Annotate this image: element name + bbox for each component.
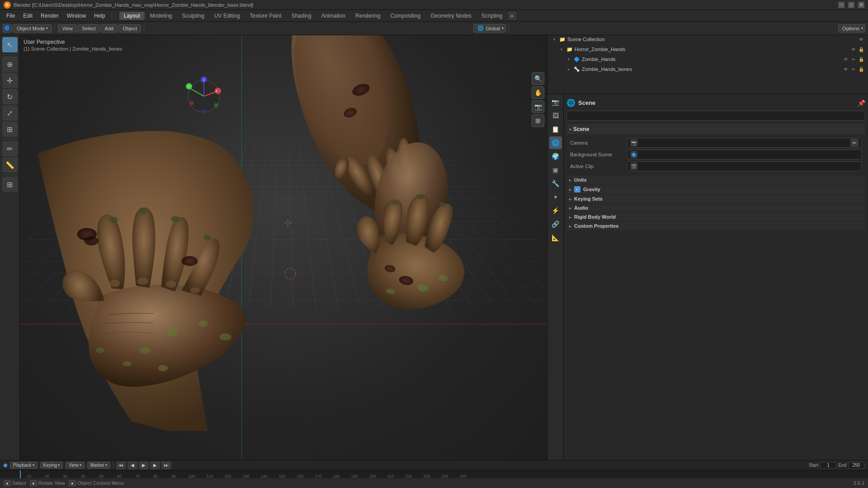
units-header[interactable]: ▸ Units: [566, 176, 865, 184]
scene-section-header[interactable]: ▾ Scene: [566, 124, 865, 134]
svg-point-10: [138, 208, 148, 214]
tab-modeling[interactable]: Modeling: [146, 12, 177, 20]
select-menu[interactable]: Select: [78, 24, 100, 33]
menu-help[interactable]: Help: [90, 12, 109, 20]
tab-texture-paint[interactable]: Texture Paint: [245, 12, 286, 20]
tab-geometry-nodes[interactable]: Geometry Nodes: [426, 12, 476, 20]
label-2: Zombie_Hands_bones: [582, 66, 841, 72]
lock-icon-2[interactable]: 🔒: [858, 66, 864, 72]
menu-edit[interactable]: Edit: [19, 12, 36, 20]
grid-view-button[interactable]: ⊞: [532, 114, 544, 127]
eye-icon-1[interactable]: 👁: [843, 56, 849, 62]
tab-sculpting[interactable]: Sculpting: [178, 12, 209, 20]
expand-1[interactable]: ▾: [566, 56, 572, 62]
menu-file[interactable]: File: [3, 12, 19, 20]
tab-rendering[interactable]: Rendering: [351, 12, 385, 20]
global-dropdown[interactable]: 🌐 Global ▾: [473, 24, 506, 33]
menu-render[interactable]: Render: [37, 12, 62, 20]
jump-start-button[interactable]: ⏮: [116, 461, 126, 469]
play-button[interactable]: ▶: [139, 461, 149, 469]
blender-icon-button[interactable]: 🔵: [3, 24, 12, 33]
props-world-btn[interactable]: 🌍: [549, 150, 562, 163]
pin-button[interactable]: 📌: [858, 99, 865, 107]
options-dropdown[interactable]: Options ▾: [838, 24, 865, 33]
tab-animation[interactable]: Animation: [317, 12, 350, 20]
camera-value[interactable]: 📷 ✏: [627, 138, 862, 148]
outliner-item-2[interactable]: ▸ 🦴 Zombie_Hands_bones 👁 ✏ 🔒: [547, 64, 868, 74]
scale-tool-button[interactable]: ⤢: [2, 105, 18, 121]
navigation-gizmo[interactable]: X Y Z: [184, 76, 224, 117]
camera-edit-btn[interactable]: ✏: [850, 139, 859, 147]
cursor-tool-button[interactable]: ⊕: [2, 56, 18, 72]
start-frame-value[interactable]: 1: [820, 462, 836, 469]
lock-icon-0[interactable]: 🔒: [858, 46, 864, 52]
tab-layout[interactable]: Layout: [119, 12, 145, 20]
tab-shading[interactable]: Shading: [287, 12, 316, 20]
eye-icon-0[interactable]: 👁: [850, 46, 857, 52]
maximize-button[interactable]: □: [848, 2, 854, 8]
prev-frame-button[interactable]: ◀: [127, 461, 137, 469]
props-output-btn[interactable]: 🖼: [549, 109, 562, 122]
annotate-tool-button[interactable]: ✏: [2, 141, 18, 156]
props-object-btn[interactable]: ▣: [549, 164, 562, 176]
camera-view-button[interactable]: 📷: [532, 100, 544, 113]
marker-dropdown[interactable]: Marker ▾: [87, 462, 110, 469]
custom-props-header[interactable]: ▸ Custom Properties: [566, 222, 865, 230]
viewport-3d[interactable]: User Perspective (1) Scene Collection | …: [20, 35, 547, 460]
keying-dropdown[interactable]: Keying ▾: [40, 462, 63, 469]
edit-icon-2[interactable]: ✏: [850, 66, 857, 72]
visibility-icon-root[interactable]: 👁: [858, 36, 864, 42]
edit-icon-1[interactable]: ✏: [850, 56, 857, 62]
props-view-layer-btn[interactable]: 📋: [549, 123, 562, 136]
rigid-body-header[interactable]: ▸ Rigid Body World: [566, 213, 865, 221]
expand-root[interactable]: ▾: [551, 36, 557, 42]
props-data-btn[interactable]: 📐: [549, 231, 562, 244]
hand-navigate-button[interactable]: ✋: [532, 86, 544, 99]
outliner-item-1[interactable]: ▾ 🔷 Zombie_Hands 👁 ✏ 🔒: [547, 54, 868, 64]
ruler-marks: 10 20 30 40 50 60 70 80 90 100 110 120 1…: [0, 470, 868, 479]
next-frame-button[interactable]: ▶: [150, 461, 160, 469]
object-menu[interactable]: Object: [118, 24, 141, 33]
add-workspace-button[interactable]: +: [508, 12, 516, 20]
measure-tool-button[interactable]: 📏: [2, 157, 18, 173]
end-frame-value[interactable]: 250: [848, 462, 864, 469]
props-scene-btn[interactable]: 🌐: [549, 136, 562, 149]
transform-tool-button[interactable]: ⊞: [2, 122, 18, 137]
expand-0[interactable]: ▾: [558, 46, 565, 52]
add-menu[interactable]: Add: [101, 24, 118, 33]
eye-icon-2[interactable]: 👁: [843, 66, 849, 72]
menu-window[interactable]: Window: [63, 12, 90, 20]
props-particles-btn[interactable]: ✦: [549, 191, 562, 203]
gravity-checkbox[interactable]: ✓: [574, 186, 580, 192]
tab-compositing[interactable]: Compositing: [386, 12, 425, 20]
outliner-item-0[interactable]: ▾ 📁 Horror_Zombie_Hands 👁 🔒: [547, 44, 868, 54]
playback-dropdown[interactable]: Playback ▾: [10, 462, 38, 469]
expand-2[interactable]: ▸: [566, 66, 572, 72]
active-clip-value[interactable]: 🎬: [627, 161, 862, 171]
select-tool-button[interactable]: ↖: [2, 37, 18, 52]
view-dropdown[interactable]: View ▾: [66, 462, 85, 469]
props-modifiers-btn[interactable]: 🔧: [549, 177, 562, 190]
background-scene-value[interactable]: 🔷: [627, 150, 862, 160]
outliner-item-root[interactable]: ▾ 📁 Scene Collection 👁: [547, 34, 868, 44]
move-tool-button[interactable]: ✛: [2, 73, 18, 88]
tab-scripting[interactable]: Scripting: [477, 12, 507, 20]
jump-end-button[interactable]: ⏭: [161, 461, 171, 469]
gravity-header[interactable]: ▸ ✓ Gravity: [566, 185, 865, 194]
props-physics-btn[interactable]: ⚡: [549, 204, 562, 217]
props-search-input[interactable]: [566, 111, 865, 121]
audio-header[interactable]: ▸ Audio: [566, 204, 865, 212]
props-constraints-btn[interactable]: 🔗: [549, 218, 562, 230]
mode-selector[interactable]: Object Mode ▾: [13, 24, 52, 33]
minimize-button[interactable]: ─: [838, 2, 844, 8]
close-button[interactable]: ✕: [858, 2, 864, 8]
zoom-in-button[interactable]: 🔍: [532, 72, 544, 85]
view-menu[interactable]: View: [58, 24, 77, 33]
tab-uv-editing[interactable]: UV Editing: [210, 12, 245, 20]
props-render-btn[interactable]: 📷: [549, 96, 562, 108]
timeline-ruler[interactable]: 10 20 30 40 50 60 70 80 90 100 110 120 1…: [0, 470, 868, 479]
keying-sets-header[interactable]: ▸ Keying Sets: [566, 195, 865, 203]
add-object-button[interactable]: ⊞: [2, 177, 18, 192]
lock-icon-1[interactable]: 🔒: [858, 56, 864, 62]
rotate-tool-button[interactable]: ↻: [2, 89, 18, 104]
